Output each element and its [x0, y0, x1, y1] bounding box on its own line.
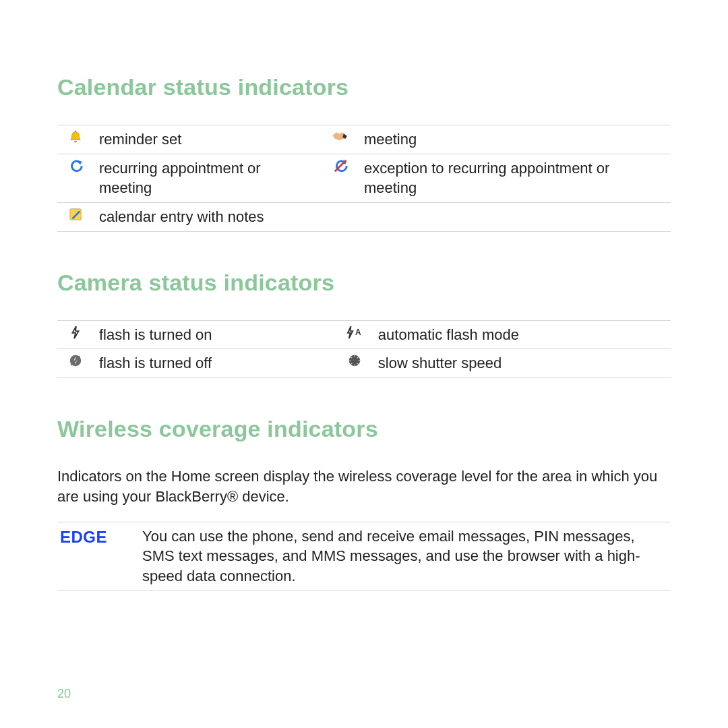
handshake-icon [322, 125, 361, 154]
wireless-table: EDGE You can use the phone, send and rec… [57, 522, 671, 591]
camera-cell: slow shutter speed [375, 349, 671, 378]
camera-cell: flash is turned on [96, 320, 336, 349]
heading-camera: Camera status indicators [57, 270, 671, 296]
camera-table: flash is turned on A automatic flash mod… [57, 320, 671, 378]
wireless-intro: Indicators on the Home screen display th… [57, 466, 671, 506]
camera-cell: automatic flash mode [375, 320, 671, 349]
calendar-cell: exception to recurring appointment or me… [361, 154, 671, 202]
recurring-icon [57, 154, 96, 202]
flash-on-icon [57, 320, 96, 349]
calendar-cell [361, 203, 671, 232]
heading-wireless: Wireless coverage indicators [57, 416, 671, 442]
calendar-cell: reminder set [96, 125, 322, 154]
notes-icon [57, 203, 96, 232]
calendar-cell: meeting [361, 125, 671, 154]
flash-auto-icon: A [336, 320, 375, 349]
page-number: 20 [57, 687, 71, 701]
edge-label: EDGE [57, 522, 140, 590]
table-row: flash is turned on A automatic flash mod… [57, 320, 671, 349]
calendar-cell: recurring appointment or meeting [96, 154, 322, 202]
svg-text:A: A [355, 327, 361, 336]
flash-off-icon [57, 349, 96, 378]
calendar-cell: calendar entry with notes [96, 203, 322, 232]
table-row: flash is turned off slow shutter speed [57, 349, 671, 378]
camera-cell: flash is turned off [96, 349, 336, 378]
calendar-table: reminder set meeting recurring appointme… [57, 125, 671, 232]
bell-icon [57, 125, 96, 154]
heading-calendar: Calendar status indicators [57, 74, 671, 100]
table-row: EDGE You can use the phone, send and rec… [57, 522, 671, 590]
shutter-icon [336, 349, 375, 378]
table-row: reminder set meeting [57, 125, 671, 154]
table-row: calendar entry with notes [57, 203, 671, 232]
recurring-exception-icon [322, 154, 361, 202]
wireless-desc: You can use the phone, send and receive … [140, 522, 671, 590]
table-row: recurring appointment or meeting excepti… [57, 154, 671, 202]
